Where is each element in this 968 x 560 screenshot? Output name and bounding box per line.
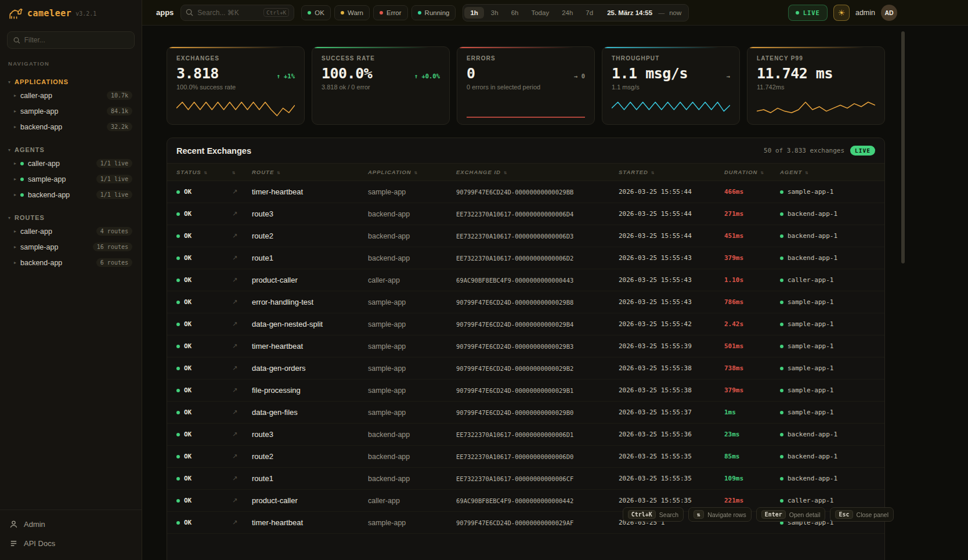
status-filter-pill[interactable]: Running: [411, 5, 456, 20]
open-detail-icon[interactable]: ↗: [232, 364, 252, 372]
sidebar-item-route[interactable]: ▸ backend-app 6 routes: [0, 255, 142, 270]
status-value: OK: [184, 431, 192, 438]
open-detail-icon[interactable]: ↗: [232, 409, 252, 416]
status-cell: OK: [176, 298, 232, 306]
open-detail-icon[interactable]: ↗: [232, 342, 252, 350]
table-row[interactable]: OK ↗ route3 backend-app EE7322370A10617-…: [167, 424, 884, 446]
column-header-agent[interactable]: AGENT⇅: [780, 169, 875, 175]
table-row[interactable]: OK ↗ route2 backend-app EE7322370A10617-…: [167, 225, 884, 247]
sidebar-item-agent[interactable]: ▸ backend-app 1/1 live: [0, 187, 142, 203]
status-value: OK: [184, 320, 192, 328]
table-row[interactable]: OK ↗ data-gen-orders sample-app 90799F47…: [167, 357, 884, 380]
sidebar-item-badge: 4 routes: [96, 227, 132, 236]
time-range-selector: 1h 3h 6h Today 24h 7d 25. März 14:55 — n…: [463, 4, 689, 21]
sidebar-item-agent[interactable]: ▸ sample-app 1/1 live: [0, 171, 142, 187]
column-header-status[interactable]: STATUS⇅: [176, 169, 232, 175]
table-row[interactable]: OK ↗ data-gen-nested-split sample-app 90…: [167, 313, 884, 335]
column-header-route[interactable]: ROUTE⇅: [252, 169, 368, 175]
open-detail-icon[interactable]: ↗: [232, 431, 252, 438]
section-header-agents[interactable]: ▾ AGENTS: [0, 144, 142, 156]
column-header-application[interactable]: APPLICATION⇅: [368, 169, 456, 175]
stat-subtext: 0 errors in selected period: [467, 84, 585, 91]
theme-toggle-button[interactable]: ☀: [833, 5, 850, 21]
agent-name: backend-app-1: [788, 475, 837, 482]
sparkline-chart: [612, 100, 730, 118]
table-row[interactable]: OK ↗ data-gen-files sample-app 90799F47E…: [167, 402, 884, 424]
sidebar-item-api-docs[interactable]: API Docs: [0, 534, 142, 553]
ok-status-dot: [176, 367, 180, 370]
column-label: STARTED: [619, 169, 648, 175]
open-detail-icon[interactable]: ↗: [232, 386, 252, 394]
table-row[interactable]: OK ↗ route1 backend-app EE7322370A10617-…: [167, 468, 884, 490]
table-row[interactable]: OK ↗ route3 backend-app EE7322370A10617-…: [167, 203, 884, 225]
open-detail-icon[interactable]: ↗: [232, 188, 252, 196]
table-row[interactable]: OK ↗ timer-heartbeat sample-app 90799F47…: [167, 335, 884, 357]
sidebar-item-agent[interactable]: ▸ caller-app 1/1 live: [0, 156, 142, 171]
open-detail-icon[interactable]: ↗: [232, 475, 252, 482]
time-range-button[interactable]: 7d: [580, 7, 599, 19]
open-detail-icon[interactable]: ↗: [232, 210, 252, 218]
ok-status-dot: [176, 411, 180, 414]
started-cell: 2026-03-25 15:55:44: [619, 210, 724, 218]
open-detail-icon[interactable]: ↗: [232, 254, 252, 262]
open-detail-icon[interactable]: ↗: [232, 276, 252, 284]
table-row[interactable]: OK ↗ file-processing sample-app 90799F47…: [167, 380, 884, 402]
sidebar-footer: Admin API Docs: [0, 510, 142, 560]
scrollbar-thumb[interactable]: [901, 31, 905, 263]
exchange-id-cell: 90799F47E6CD24D-00000000000029B3: [456, 343, 619, 350]
sidebar-item-label: sample-app: [28, 175, 66, 183]
filter-input[interactable]: [24, 36, 128, 44]
table-row[interactable]: OK ↗ product-caller caller-app 69AC90BF8…: [167, 269, 884, 291]
open-detail-icon[interactable]: ↗: [232, 298, 252, 306]
time-range-button[interactable]: 24h: [556, 7, 579, 19]
global-search[interactable]: Ctrl+K: [180, 5, 294, 21]
status-filter-pill[interactable]: OK: [301, 5, 331, 20]
table-row[interactable]: OK ↗ route2 backend-app EE7322370A10617-…: [167, 446, 884, 468]
time-range-button[interactable]: 1h: [464, 7, 483, 19]
agent-name: sample-app-1: [788, 188, 833, 196]
exchange-id-cell: EE7322370A10617-00000000000006CF: [456, 475, 619, 482]
time-range-button[interactable]: 6h: [505, 7, 525, 19]
open-detail-icon[interactable]: ↗: [232, 320, 252, 328]
open-detail-icon[interactable]: ↗: [232, 497, 252, 504]
agent-cell: sample-app-1: [780, 320, 875, 328]
live-toggle-button[interactable]: LIVE: [788, 5, 828, 21]
status-filter-pill[interactable]: Error: [373, 5, 408, 20]
status-filter-pill[interactable]: Warn: [334, 5, 370, 20]
route-cell: product-caller: [252, 276, 368, 284]
agent-name: backend-app-1: [788, 254, 837, 262]
duration-cell: 221ms: [724, 497, 780, 504]
agent-status-dot: [780, 234, 783, 238]
sidebar-item-application[interactable]: ▸ caller-app 10.7k: [0, 88, 142, 103]
column-header-duration[interactable]: DURATION⇅: [724, 169, 780, 175]
time-range-button[interactable]: Today: [525, 7, 555, 19]
section-applications: ▾ APPLICATIONS ▸ caller-app 10.7k ▸ samp…: [0, 76, 142, 135]
exchange-id-cell: 90799F47E6CD24D-00000000000029B8: [456, 299, 619, 306]
sidebar-item-application[interactable]: ▸ backend-app 32.2k: [0, 119, 142, 135]
sidebar-item-label: sample-app: [20, 243, 58, 251]
time-range-button[interactable]: 3h: [485, 7, 504, 19]
stat-title: SUCCESS RATE: [322, 55, 440, 62]
column-header-exchange-id[interactable]: EXCHANGE ID⇅: [456, 169, 619, 175]
duration-cell: 466ms: [724, 188, 780, 196]
column-header-action[interactable]: ⇅: [232, 169, 252, 175]
table-row[interactable]: OK ↗ timer-heartbeat sample-app 90799F47…: [167, 181, 884, 203]
section-header-routes[interactable]: ▾ ROUTES: [0, 212, 142, 223]
open-detail-icon[interactable]: ↗: [232, 453, 252, 460]
sidebar-item-route[interactable]: ▸ sample-app 16 routes: [0, 239, 142, 255]
sidebar-item-route[interactable]: ▸ caller-app 4 routes: [0, 223, 142, 239]
section-header-applications[interactable]: ▾ APPLICATIONS: [0, 76, 142, 88]
sidebar-filter[interactable]: [7, 31, 135, 49]
sidebar-item-label: caller-app: [20, 227, 52, 236]
avatar[interactable]: AD: [881, 5, 897, 21]
table-row[interactable]: OK ↗ error-handling-test sample-app 9079…: [167, 291, 884, 313]
table-row[interactable]: OK ↗ route1 backend-app EE7322370A10617-…: [167, 247, 884, 269]
column-header-started[interactable]: STARTED⇅: [619, 169, 724, 175]
hint-pill: ⇅ Navigate rows: [688, 507, 752, 522]
search-input[interactable]: [197, 9, 259, 17]
sidebar-item-admin[interactable]: Admin: [0, 515, 142, 534]
main-content: EXCHANGES 3.818 ↑ +1% 100.0% success rat…: [142, 26, 968, 560]
sidebar-item-application[interactable]: ▸ sample-app 84.1k: [0, 103, 142, 119]
open-detail-icon[interactable]: ↗: [232, 232, 252, 240]
open-detail-icon[interactable]: ↗: [232, 519, 252, 526]
